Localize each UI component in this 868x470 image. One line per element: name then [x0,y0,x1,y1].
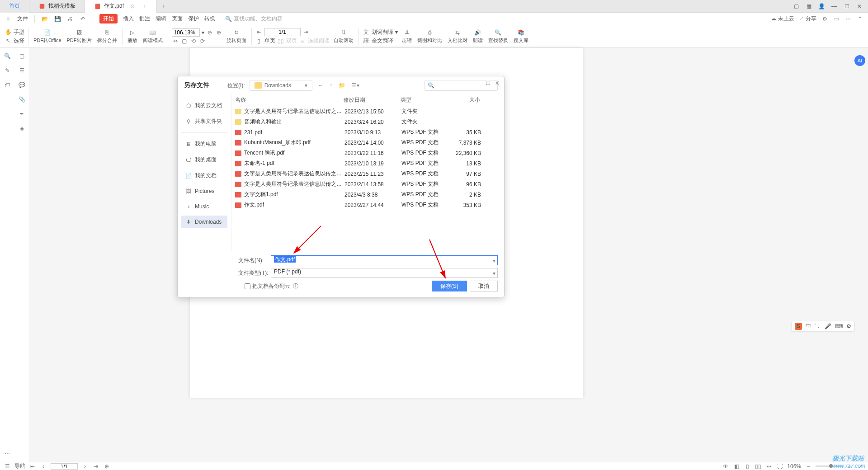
close-button[interactable]: ✕ [855,2,863,10]
ime-toolbar[interactable]: S 中 '， 🎤 ⌨ ⚙ [792,321,854,331]
zoom-out-icon[interactable]: − [805,463,812,470]
sidebar-share[interactable]: ⚲共享文件夹 [181,115,227,128]
signature-icon[interactable]: ✒ [18,110,25,118]
tool-search-lib[interactable]: 📚搜文库 [512,29,530,44]
view-mode-icon[interactable]: ◧ [733,463,740,470]
tool-play[interactable]: ▷播放 [126,29,139,44]
fit-page-icon[interactable]: ▢ [181,38,188,45]
layout-icon[interactable]: ▢ [792,2,800,10]
dialog-close-icon[interactable]: ✕ [495,80,500,86]
tool-split-merge[interactable]: ⎘拆分合并 [96,29,118,44]
file-row[interactable]: 音频输入和输出2023/3/24 16:20文件夹 [231,117,504,127]
sidebar-music[interactable]: ♪Music [181,200,227,213]
tool-translate-full[interactable]: 譯全文翻译 [363,37,398,45]
single-page-label[interactable]: 单页 [264,37,275,45]
tab-templates[interactable]: 找稻壳模板 [29,0,85,13]
location-dropdown[interactable]: Downloads ▾ [250,80,312,91]
sidebar-pictures[interactable]: 🖼Pictures [181,185,227,197]
ai-assistant-badge[interactable]: AI [854,55,865,66]
first-page-icon[interactable]: ⇤ [29,463,36,470]
share-button[interactable]: ↗ 分享 [799,15,816,23]
thumbnails-icon[interactable]: ▢ [18,52,25,60]
save-button[interactable]: 保存(S) [432,281,467,291]
expand-icon[interactable]: ⤢ [857,463,864,470]
menu-search[interactable]: 🔍 查找功能、文档内容 [225,15,283,23]
last-page-icon[interactable]: ⇥ [302,28,310,36]
col-type[interactable]: 类型 [401,96,448,104]
tool-screenshot-compare[interactable]: ⎙截图和对比 [416,29,443,44]
menu-start[interactable]: 开始 [99,14,118,24]
file-row[interactable]: Tencent 腾讯.pdf2023/3/22 11:16WPS PDF 文档2… [231,148,504,158]
tool-pdf2office[interactable]: 📄PDF转Office [32,29,63,44]
menu-page[interactable]: 页面 [172,15,183,23]
eye-icon[interactable]: 👁 [722,463,729,470]
more-icon[interactable]: ⋯ [4,450,11,457]
status-page-input[interactable] [51,463,78,470]
avatar-icon[interactable]: 👤 [817,2,826,10]
open-icon[interactable]: 📂 [41,15,48,23]
bookmark-icon[interactable]: 🏷 [4,81,11,89]
rotate-icon[interactable]: ⟲ [190,38,197,45]
filename-input[interactable]: 作文.pdf ▾ [271,255,498,265]
undo-icon[interactable]: ↶ [79,15,86,23]
tab-close-icon[interactable]: ＋ [141,3,147,9]
tool-translate-word[interactable]: 文划词翻译 ▾ [363,28,398,36]
sidebar-desktop[interactable]: 🖵我的桌面 [181,153,227,166]
sidebar-downloads[interactable]: ⬇Downloads [181,216,227,228]
page-input[interactable] [264,28,301,36]
add-page-icon[interactable]: ⊕ [103,463,110,470]
backup-checkbox-input[interactable] [245,283,250,289]
zoom-slider[interactable] [816,465,843,467]
nav-up-icon[interactable]: ↑ [329,82,333,89]
menu-insert[interactable]: 插入 [123,15,134,23]
zoom-in-icon[interactable]: ⊕ [215,29,222,36]
fit-width-icon[interactable]: ⇔ [172,38,179,45]
sidebar-computer[interactable]: 🖥我的电脑 [181,137,227,150]
first-page-icon[interactable]: ⇤ [255,28,263,36]
tool-read-aloud[interactable]: 🔊朗读 [472,29,484,44]
menu-convert[interactable]: 转换 [204,15,215,23]
tool-compress[interactable]: ⇊压缩 [401,29,413,44]
prev-page-icon[interactable]: ‹ [40,463,47,470]
nav-back-icon[interactable]: ← [317,82,324,89]
dialog-maximize-icon[interactable]: ☐ [486,80,491,86]
settings-icon[interactable]: ⚙ [821,15,828,23]
tool-hand[interactable]: ✋手型 [5,28,24,36]
sidebar-cloud[interactable]: ⬡我的云文档 [181,99,227,112]
rotate-right-icon[interactable]: ⟳ [199,38,206,45]
chevron-down-icon[interactable]: ▾ [493,270,495,277]
menu-edit[interactable]: 编辑 [156,15,166,23]
info-icon[interactable]: ⓘ [292,282,299,290]
file-row[interactable]: 文字是人类用符号记录表达信息以传之久远的方式...2023/2/15 11:23… [231,169,504,179]
hamburger-icon[interactable]: ≡ [5,15,12,23]
ime-punct-icon[interactable]: '， [815,322,821,330]
more-icon[interactable]: ⋯ [844,15,852,23]
ime-settings-icon[interactable]: ⚙ [846,323,851,329]
zoom-in-icon[interactable]: + [846,463,854,470]
file-row[interactable]: 作文.pdf2023/2/27 14:44WPS PDF 文档353 KB [231,200,504,210]
fullscreen-icon[interactable]: ⛶ [776,463,783,470]
nav-panel-icon[interactable]: ☰ [4,463,11,470]
panel-icon[interactable]: ▭ [833,15,840,23]
last-page-icon[interactable]: ⇥ [92,463,99,470]
file-row[interactable]: KubuntuManual_加水印.pdf2023/2/14 14:00WPS … [231,137,504,148]
view-double-icon[interactable]: ▯▯ [755,463,762,470]
view-options-icon[interactable]: ☰▾ [351,82,360,89]
continuous-label[interactable]: 连续阅读 [308,37,330,45]
filetype-select[interactable]: PDF (*.pdf) ▾ [271,268,498,278]
minimize-button[interactable]: — [830,2,838,10]
outline-icon[interactable]: ☰ [18,67,25,74]
sidebar-documents[interactable]: 📄我的文档 [181,169,227,182]
tool-find-replace[interactable]: 🔍查找替换 [487,29,509,44]
file-row[interactable]: 文字是人类用符号记录表达信息以传之久远的方式...2023/2/13 15:50… [231,106,504,117]
double-page-label[interactable]: 双页 [286,37,297,45]
tool-doc-compare[interactable]: ⇆文档比对 [446,29,469,44]
zoom-out-icon[interactable]: ⊖ [206,29,213,36]
print-icon[interactable]: 🖨 [66,15,74,23]
tab-document[interactable]: 作文.pdf ⊙ ＋ [85,0,157,13]
file-row[interactable]: 未命名-1.pdf2023/2/10 13:19WPS PDF 文档13 KB [231,158,504,169]
tool-select[interactable]: ↖选择 [5,37,24,45]
fit-icon[interactable]: ⇔ [765,463,773,470]
layers-icon[interactable]: ◈ [18,125,25,132]
maximize-button[interactable]: ☐ [843,2,851,10]
